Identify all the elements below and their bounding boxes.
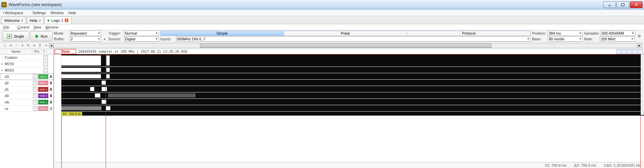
signal-visibility-toggle[interactable] [33, 81, 38, 85]
settings-gear-icon[interactable]: ⚙ [637, 34, 642, 39]
din-pin-label[interactable]: *DIN 0 [38, 106, 48, 111]
trigger-select[interactable]: Normal [124, 31, 159, 36]
lane-d1[interactable] [61, 92, 644, 99]
lane-mosi[interactable] [61, 67, 644, 73]
wave-vertical-scrollbar[interactable] [641, 54, 644, 115]
menu-file[interactable]: File [3, 25, 13, 29]
trigger-condition[interactable]: X [49, 94, 53, 98]
scroll-left-icon[interactable]: ◂ [49, 43, 54, 48]
tab-welcome[interactable]: Welcome+ [1, 16, 26, 24]
dropdown-icon[interactable] [45, 45, 47, 46]
waveform-panel: Done 268435456 samples at 200 MHz | 2017… [54, 49, 644, 168]
base-select[interactable]: 80 ms/div [548, 36, 583, 42]
zoom-out-icon[interactable] [627, 49, 632, 54]
single-button[interactable]: Single [2, 31, 29, 41]
dropdown-icon[interactable] [33, 45, 35, 46]
din-pin-label[interactable]: *DIN 3 [38, 87, 48, 92]
din-pin-label[interactable]: DIN 5 [38, 74, 48, 79]
scroll-track[interactable] [54, 43, 637, 48]
lane-clk[interactable] [61, 105, 644, 112]
menu-window2[interactable]: Window [45, 25, 58, 29]
trigger-mode-simple[interactable]: Simple [161, 31, 284, 36]
signal-row-d0[interactable]: d0*DIN 2X [0, 93, 53, 99]
waveform-tools [616, 49, 644, 54]
signal-row-cs[interactable]: cs*DIN 0⎍ [0, 106, 53, 112]
scroll-right-icon[interactable]: ▸ [637, 43, 642, 48]
trigger-condition[interactable]: X [49, 87, 53, 91]
trigger-mode-pulse[interactable]: Pulse [284, 31, 408, 36]
trigger-condition[interactable]: X [49, 75, 53, 79]
lane-d3[interactable] [61, 80, 644, 86]
signal-row-MISO[interactable]: +MISO [0, 67, 53, 74]
t-mode-label[interactable]: T [37, 43, 43, 48]
col-pin[interactable]: Pin [32, 49, 42, 54]
signal-visibility-toggle[interactable] [43, 55, 48, 60]
col-name[interactable]: Name [0, 49, 32, 54]
menu-settings[interactable]: Settings [33, 11, 46, 15]
menu-help[interactable]: Help [68, 11, 76, 15]
window-minimize-button[interactable] [603, 1, 616, 8]
mode-select[interactable]: Repeated [70, 31, 101, 36]
signal-row-d1[interactable]: d1*DIN 3X [0, 86, 53, 93]
expand-toggle[interactable]: - [0, 55, 4, 59]
lane-cs[interactable] [61, 112, 644, 116]
inputs-select[interactable]: 800MHz DIN 0..7 [176, 36, 531, 42]
measure-tool-icon[interactable] [638, 49, 643, 54]
remove-signal-icon[interactable]: － [14, 43, 19, 48]
buffer-add-icon[interactable]: + [102, 37, 107, 41]
menu-workspace[interactable]: \ Workspace [3, 11, 28, 15]
window-maximize-button[interactable] [616, 1, 629, 8]
trigger-mode-protocol[interactable]: Protocol [407, 31, 530, 36]
window-close-button[interactable] [630, 1, 643, 8]
position-select[interactable]: 384 ms [548, 31, 583, 36]
signal-visibility-toggle[interactable] [43, 68, 48, 73]
lane-d0[interactable] [61, 99, 644, 105]
dropdown-icon[interactable] [21, 45, 23, 46]
cursor-x1-label[interactable]: X1: -102.8 us [61, 112, 82, 116]
expand-toggle[interactable]: + [0, 62, 4, 66]
din-pin-label[interactable]: DIN 4 [38, 81, 48, 85]
trigger-condition[interactable]: ⎍ [49, 107, 53, 111]
expand-toggle[interactable]: + [0, 68, 4, 72]
zoom-in-icon[interactable] [622, 49, 627, 54]
edit-signal-icon[interactable]: ✎ [25, 43, 31, 48]
tab-close-icon[interactable]: ✕ [65, 18, 68, 22]
signal-visibility-toggle[interactable] [33, 87, 38, 92]
menu-view[interactable]: View [33, 25, 41, 29]
trigger-condition[interactable]: X [49, 81, 53, 85]
trigger-line[interactable] [106, 54, 106, 168]
buffer-select[interactable]: 2 [70, 36, 101, 42]
menu-control[interactable]: Control [17, 25, 29, 29]
rate-select[interactable]: 200 MHz [600, 36, 635, 42]
zoom-fit-icon[interactable] [616, 49, 621, 54]
din-pin-label[interactable]: *DIN 2 [38, 93, 48, 98]
signal-visibility-toggle[interactable] [43, 61, 48, 66]
trigger-condition[interactable]: X [49, 100, 53, 104]
signal-row-Custom[interactable]: -Custom [0, 54, 53, 61]
run-button[interactable]: Run [31, 31, 53, 41]
lane-d2[interactable] [61, 86, 644, 92]
cursor-tool-icon[interactable] [633, 49, 637, 54]
signal-visibility-toggle[interactable] [33, 74, 38, 79]
signal-row-d3[interactable]: d3DIN 5X [0, 74, 53, 80]
add-signal-icon[interactable]: ＋ [2, 43, 7, 48]
time-scrollbar[interactable]: ◂ ▸ [49, 43, 642, 48]
scroll-thumb[interactable] [200, 44, 491, 48]
lane-miso[interactable] [61, 73, 644, 80]
signal-row-d2[interactable]: d2DIN 4X [0, 80, 53, 86]
col-t[interactable]: T [42, 49, 47, 54]
dropdown-icon[interactable] [10, 45, 12, 46]
samples-select[interactable]: 268.435456M [600, 31, 635, 36]
signal-row-clk[interactable]: clk*DIN 1X [0, 99, 53, 106]
signal-visibility-toggle[interactable] [33, 93, 38, 98]
source-select[interactable]: Digital [124, 36, 159, 42]
signal-visibility-toggle[interactable] [33, 100, 38, 104]
menu-window[interactable]: Window [51, 11, 64, 15]
signal-row-MOSI[interactable]: +MOSI [0, 61, 53, 67]
tab-logic-1[interactable]: Logic 1✕ [45, 16, 71, 24]
tab-help[interactable]: Help+ [27, 16, 44, 24]
din-pin-label[interactable]: *DIN 1 [38, 100, 48, 104]
waveform-area[interactable]: X1: -102.8 us [54, 54, 644, 162]
lane-custom[interactable] [61, 54, 644, 67]
signal-visibility-toggle[interactable] [33, 106, 38, 111]
